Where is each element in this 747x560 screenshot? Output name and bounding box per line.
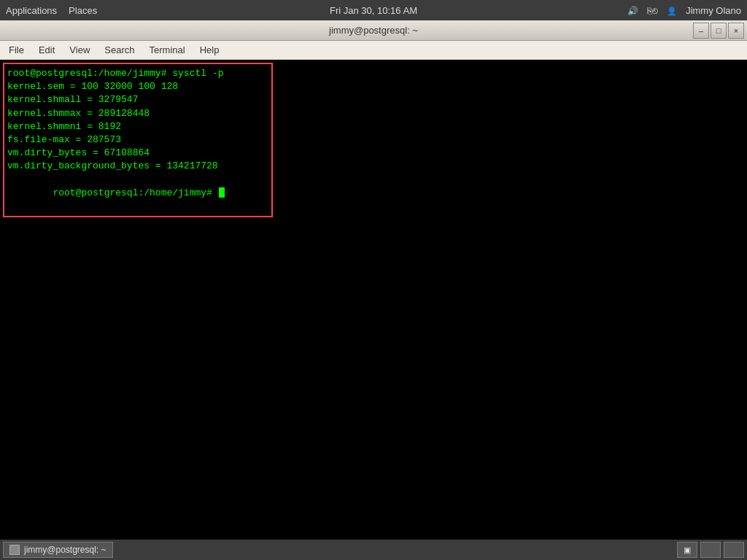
- terminal-titlebar: jimmy@postgresql: ~ – □ ×: [0, 20, 747, 41]
- taskbar-btn-1[interactable]: ▣: [677, 542, 697, 558]
- output-line-2: kernel.sem = 100 32000 100 128: [7, 80, 268, 93]
- applications-menu[interactable]: Applications: [6, 5, 57, 16]
- menu-file[interactable]: File: [3, 43, 30, 57]
- taskbar-terminal-item[interactable]: jimmy@postgresql: ~: [3, 542, 113, 558]
- terminal-title: jimmy@postgresql: ~: [329, 25, 418, 36]
- system-bar: Applications Places Fri Jan 30, 10:16 AM…: [0, 0, 747, 20]
- user-label[interactable]: Jimmy Olano: [686, 5, 741, 16]
- terminal-window: jimmy@postgresql: ~ – □ × File Edit View…: [0, 20, 747, 540]
- output-line-4: kernel.shmmax = 289128448: [7, 107, 268, 120]
- terminal-cursor: [219, 187, 225, 198]
- system-bar-left: Applications Places: [6, 5, 97, 16]
- output-line-9: root@postgresql:/home/jimmy#: [7, 174, 268, 214]
- places-menu[interactable]: Places: [69, 5, 97, 16]
- taskbar-terminal-icon: [9, 545, 20, 555]
- output-line-7: vm.dirty_bytes = 67108864: [7, 147, 268, 160]
- taskbar-terminal-label: jimmy@postgresql: ~: [24, 545, 107, 555]
- datetime-display: Fri Jan 30, 10:16 AM: [330, 5, 417, 16]
- menu-terminal[interactable]: Terminal: [144, 43, 191, 57]
- volume-icon[interactable]: [627, 5, 638, 16]
- menu-help[interactable]: Help: [194, 43, 225, 57]
- taskbar-btn-3[interactable]: [724, 542, 744, 558]
- terminal-content[interactable]: root@postgresql:/home/jimmy# sysctl -p k…: [0, 60, 747, 540]
- system-bar-right: ⎋ Jimmy Olano: [627, 5, 741, 16]
- taskbar-right: ▣: [677, 542, 744, 558]
- terminal-output-box: root@postgresql:/home/jimmy# sysctl -p k…: [3, 63, 273, 217]
- close-button[interactable]: ×: [728, 23, 744, 39]
- network-icon[interactable]: ⎋: [647, 5, 658, 16]
- menu-edit[interactable]: Edit: [33, 43, 61, 57]
- output-line-6: fs.file-max = 287573: [7, 133, 268, 147]
- output-line-5: kernel.shmmni = 8192: [7, 120, 268, 133]
- menu-view[interactable]: View: [63, 43, 96, 57]
- user-icon: [667, 5, 677, 16]
- terminal-window-controls: – □ ×: [693, 20, 744, 41]
- output-line-8: vm.dirty_background_bytes = 134217728: [7, 160, 268, 173]
- output-line-1: root@postgresql:/home/jimmy# sysctl -p: [7, 67, 268, 80]
- taskbar: jimmy@postgresql: ~ ▣: [0, 540, 747, 560]
- maximize-button[interactable]: □: [711, 23, 727, 39]
- taskbar-btn-2[interactable]: [700, 542, 721, 558]
- terminal-menubar: File Edit View Search Terminal Help: [0, 41, 747, 60]
- menu-search[interactable]: Search: [98, 43, 140, 57]
- minimize-button[interactable]: –: [693, 23, 709, 39]
- output-line-3: kernel.shmall = 3279547: [7, 93, 268, 106]
